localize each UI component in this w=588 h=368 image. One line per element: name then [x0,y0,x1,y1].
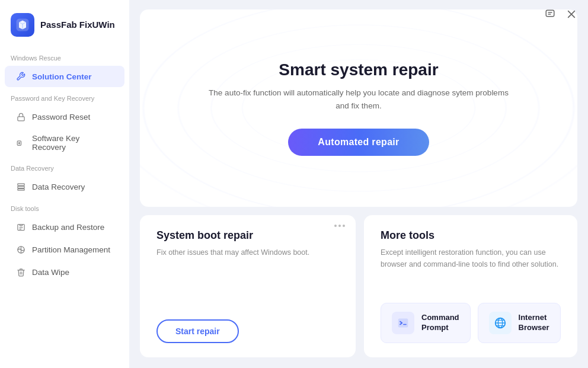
internet-browser-button[interactable]: InternetBrowser [478,303,561,343]
more-tools-card: More tools Except intelligent restoratio… [364,215,577,357]
password-key-recovery-label: Password and Key Recovery [0,88,129,105]
software-key-recovery-label: Software Key Recovery [32,134,114,152]
data-recovery-label: Data Recovery [32,183,85,191]
sidebar-item-solution-center[interactable]: Solution Center [5,66,124,87]
svg-rect-10 [17,186,24,188]
app-container: PassFab FixUWin Windows Rescue Solution … [0,0,588,368]
hero-card: Smart system repair The auto-fix functio… [140,9,577,207]
sidebar-item-data-recovery[interactable]: Data Recovery [5,176,124,197]
data-wipe-label: Data Wipe [32,268,69,277]
sidebar-item-backup-restore[interactable]: Backup and Restore [5,216,124,238]
sidebar-item-data-wipe[interactable]: Data Wipe [5,261,124,283]
dot1 [334,225,337,227]
wipe-icon [15,267,26,277]
terminal-icon [397,317,409,329]
data-recovery-section-label: Data Recovery [0,158,129,175]
sidebar-item-partition-management[interactable]: Partition Management [5,239,124,260]
svg-rect-0 [546,10,554,17]
password-reset-label: Password Reset [32,113,90,121]
lock-icon [15,111,26,122]
svg-rect-6 [17,116,24,120]
main-content: Smart system repair The auto-fix functio… [129,0,588,368]
start-repair-button[interactable]: Start repair [156,319,239,343]
logo-area: PassFab FixUWin [0,0,129,47]
boot-card-desc: Fix other issues that may affect Windows… [156,247,339,310]
partition-icon [15,244,26,255]
app-title: PassFab FixUWin [40,20,115,30]
more-tools-desc: Except intelligent restoration function,… [381,247,561,293]
backup-icon [15,222,26,232]
partition-management-label: Partition Management [32,245,110,254]
tools-grid: CommandPrompt InternetBr [381,303,561,343]
boot-card-title: System boot repair [156,229,339,242]
sidebar: PassFab FixUWin Windows Rescue Solution … [0,0,129,368]
sidebar-item-software-key-recovery[interactable]: Software Key Recovery [5,129,124,157]
dot3 [343,225,345,227]
hero-title: Smart system repair [279,60,438,79]
windows-rescue-label: Windows Rescue [0,47,129,65]
internet-browser-icon-wrapper [489,312,512,334]
dot2 [338,225,341,227]
svg-rect-8 [18,142,20,144]
svg-rect-17 [398,319,408,328]
titlebar [533,0,588,28]
command-prompt-icon-wrapper [392,312,414,334]
hero-description: The auto-fix function will automatically… [204,87,513,112]
automated-repair-button[interactable]: Automated repair [288,129,429,156]
command-prompt-button[interactable]: CommandPrompt [381,303,471,343]
app-logo-icon [11,13,34,37]
backup-restore-label: Backup and Restore [32,223,104,232]
solution-center-label: Solution Center [32,72,92,81]
disk-tools-label: Disk tools [0,198,129,216]
key-icon [15,137,26,148]
close-button[interactable] [563,6,580,23]
svg-rect-9 [17,183,24,185]
chat-button[interactable] [542,6,558,23]
more-tools-title: More tools [381,229,561,242]
svg-rect-11 [17,188,24,190]
sidebar-item-password-reset[interactable]: Password Reset [5,106,124,127]
menu-dots[interactable] [334,225,345,227]
globe-icon [494,316,507,329]
internet-browser-label: InternetBrowser [519,313,549,333]
wrench-icon [15,71,26,82]
database-icon [15,181,26,192]
bottom-row: System boot repair Fix other issues that… [140,215,577,357]
command-prompt-label: CommandPrompt [421,313,459,333]
boot-repair-card: System boot repair Fix other issues that… [140,215,356,357]
